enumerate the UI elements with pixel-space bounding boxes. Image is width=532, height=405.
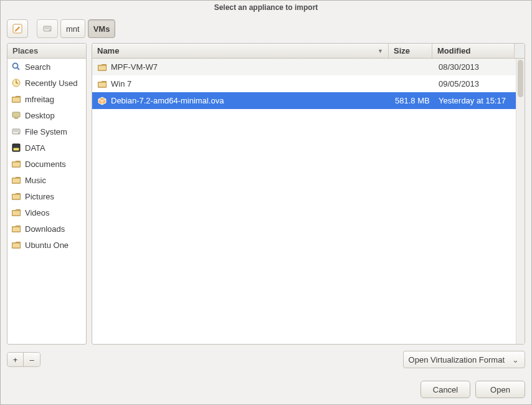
places-item-desktop[interactable]: Desktop bbox=[7, 107, 86, 123]
folder-icon bbox=[97, 79, 107, 89]
disk-icon bbox=[11, 143, 21, 153]
places-item-label: Downloads bbox=[25, 224, 65, 234]
places-item-videos[interactable]: Videos bbox=[7, 204, 86, 221]
folder-icon bbox=[11, 224, 21, 234]
file-body: MPF-VM-W708/30/2013Win 709/05/2013Debian… bbox=[92, 59, 525, 344]
places-item-label: Documents bbox=[25, 160, 66, 169]
add-bookmark-button[interactable]: + bbox=[7, 353, 24, 366]
places-item-label: Desktop bbox=[25, 111, 55, 120]
svg-rect-2 bbox=[45, 27, 50, 29]
breadcrumb-mnt[interactable]: mnt bbox=[60, 19, 85, 38]
desktop-icon bbox=[11, 110, 21, 120]
column-modified[interactable]: Modified bbox=[432, 44, 515, 58]
file-name: Win 7 bbox=[111, 79, 131, 88]
svg-line-5 bbox=[17, 68, 20, 70]
places-pane: Places SearchRecently UsedmfreitagDeskto… bbox=[7, 43, 87, 345]
folder-icon bbox=[11, 207, 21, 217]
svg-rect-13 bbox=[14, 130, 19, 132]
file-columns-header: Name ▼ Size Modified bbox=[92, 44, 525, 59]
svg-rect-21 bbox=[12, 227, 21, 232]
breadcrumb-vms[interactable]: VMs bbox=[88, 19, 116, 38]
column-label: Name bbox=[97, 46, 119, 55]
places-item-pictures[interactable]: Pictures bbox=[7, 188, 86, 204]
places-item-music[interactable]: Music bbox=[7, 172, 86, 188]
breadcrumb-label: mnt bbox=[66, 24, 80, 34]
filter-label: Open Virtualization Format bbox=[409, 355, 505, 364]
cancel-button[interactable]: Cancel bbox=[420, 381, 470, 398]
file-row[interactable]: Win 709/05/2013 bbox=[92, 75, 516, 92]
pencil-icon bbox=[12, 24, 22, 34]
places-item-documents[interactable]: Documents bbox=[7, 156, 86, 172]
places-item-ubuntu-one[interactable]: Ubuntu One bbox=[7, 237, 86, 253]
places-item-label: Ubuntu One bbox=[25, 241, 69, 250]
breadcrumb-label: VMs bbox=[93, 24, 110, 34]
sort-indicator-icon: ▼ bbox=[378, 48, 383, 54]
edit-path-button[interactable] bbox=[7, 19, 28, 38]
remove-bookmark-button[interactable]: – bbox=[24, 353, 40, 366]
file-pane: Name ▼ Size Modified MPF-VM-W708/30/2013… bbox=[92, 43, 525, 345]
places-item-label: Recently Used bbox=[25, 79, 78, 88]
places-item-search[interactable]: Search bbox=[7, 59, 86, 75]
folder-icon bbox=[97, 62, 107, 72]
file-rows: MPF-VM-W708/30/2013Win 709/05/2013Debian… bbox=[92, 59, 516, 344]
svg-rect-17 bbox=[12, 162, 21, 167]
places-item-downloads[interactable]: Downloads bbox=[7, 221, 86, 237]
svg-point-3 bbox=[49, 30, 50, 31]
svg-rect-10 bbox=[12, 112, 20, 117]
column-label: Size bbox=[394, 46, 410, 55]
places-item-label: Pictures bbox=[25, 192, 54, 201]
svg-rect-23 bbox=[98, 65, 107, 70]
svg-rect-20 bbox=[12, 211, 21, 216]
button-label: Cancel bbox=[433, 385, 458, 394]
panes: Places SearchRecently UsedmfreitagDeskto… bbox=[7, 43, 525, 345]
dialog-footer: Cancel Open bbox=[7, 381, 525, 398]
file-modified: 08/30/2013 bbox=[434, 62, 516, 72]
window-title: Select an appliance to import bbox=[1, 1, 531, 14]
places-list: SearchRecently UsedmfreitagDesktopFile S… bbox=[7, 59, 86, 344]
dialog-content: mnt VMs Places SearchRecently Usedmfreit… bbox=[1, 14, 531, 404]
svg-rect-19 bbox=[12, 194, 21, 199]
places-item-label: File System bbox=[25, 127, 67, 136]
home-icon bbox=[11, 94, 21, 104]
svg-rect-22 bbox=[12, 243, 21, 248]
places-item-label: Videos bbox=[25, 208, 50, 217]
file-name: Debian-7.2-amd64-minimal.ova bbox=[111, 96, 224, 105]
places-item-mfreitag[interactable]: mfreitag bbox=[7, 91, 86, 107]
drive-icon bbox=[42, 24, 52, 34]
places-edit-buttons: + – bbox=[7, 352, 40, 367]
svg-rect-16 bbox=[14, 148, 19, 151]
svg-rect-24 bbox=[98, 82, 107, 87]
below-panes-row: + – Open Virtualization Format ⌄ bbox=[7, 351, 525, 368]
places-item-data[interactable]: DATA bbox=[7, 140, 86, 156]
open-button[interactable]: Open bbox=[475, 381, 525, 398]
places-item-file-system[interactable]: File System bbox=[7, 123, 86, 140]
svg-point-4 bbox=[13, 64, 18, 69]
file-type-filter[interactable]: Open Virtualization Format ⌄ bbox=[403, 351, 525, 368]
svg-rect-11 bbox=[14, 118, 18, 119]
svg-rect-9 bbox=[12, 97, 21, 102]
svg-rect-18 bbox=[12, 178, 21, 183]
scrollbar[interactable] bbox=[516, 59, 525, 344]
folder-icon bbox=[11, 175, 21, 185]
folder-icon bbox=[11, 191, 21, 201]
scrollbar-thumb[interactable] bbox=[518, 60, 523, 97]
breadcrumb-root[interactable] bbox=[37, 19, 58, 38]
file-row[interactable]: Debian-7.2-amd64-minimal.ova581.8 MBYest… bbox=[92, 92, 516, 109]
package-icon bbox=[97, 96, 107, 106]
minus-icon: – bbox=[29, 355, 34, 364]
fs-icon bbox=[11, 126, 21, 136]
places-item-label: DATA bbox=[25, 143, 45, 153]
places-item-recently-used[interactable]: Recently Used bbox=[7, 75, 86, 91]
column-label: Modified bbox=[437, 46, 470, 55]
path-toolbar: mnt VMs bbox=[7, 18, 525, 39]
places-item-label: mfreitag bbox=[25, 95, 54, 104]
file-size: 581.8 MB bbox=[390, 96, 434, 105]
file-row[interactable]: MPF-VM-W708/30/2013 bbox=[92, 59, 516, 75]
folder-icon bbox=[11, 159, 21, 169]
folder-icon bbox=[11, 240, 21, 250]
column-name[interactable]: Name ▼ bbox=[92, 44, 389, 58]
column-size[interactable]: Size bbox=[389, 44, 432, 58]
places-item-label: Music bbox=[25, 176, 46, 185]
file-name: MPF-VM-W7 bbox=[111, 62, 158, 72]
search-icon bbox=[11, 62, 21, 72]
